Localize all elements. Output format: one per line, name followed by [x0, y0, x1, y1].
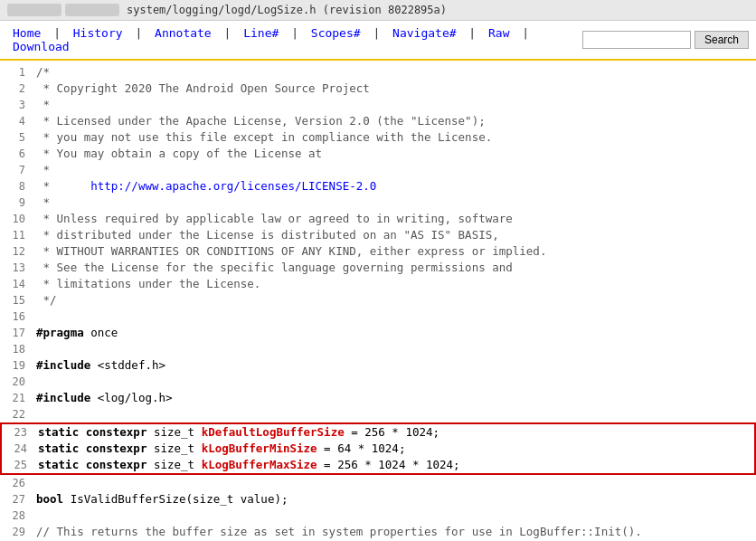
line-number-4: 4 [0, 113, 33, 129]
search-box: Search [582, 31, 749, 49]
nav-separator: | [284, 26, 305, 40]
line-number-24: 24 [2, 441, 34, 457]
code-line-22: 22 [0, 406, 756, 422]
line-number-14: 14 [0, 276, 33, 292]
nav-separator: | [366, 26, 387, 40]
nav-link-annotate[interactable]: Annotate [149, 24, 217, 42]
code-line-24: 24static constexpr size_t kLogBufferMinS… [2, 441, 754, 457]
line-number-19: 19 [0, 357, 33, 374]
line-number-16: 16 [0, 308, 33, 325]
code-line-19: 19#include <stddef.h> [0, 357, 756, 374]
nav-link-navigate[interactable]: Navigate# [387, 24, 461, 42]
code-line-28: 28 [0, 508, 756, 524]
code-line-18: 18 [0, 341, 756, 357]
code-line-26: 26 [0, 475, 756, 491]
highlighted-lines-block: 23static constexpr size_t kDefaultLogBuf… [0, 422, 756, 475]
code-area: 1/*2 * Copyright 2020 The Android Open S… [0, 61, 756, 541]
line-content-5: * you may not use this file except in co… [33, 129, 756, 146]
browser-tabs [7, 4, 119, 16]
line-content-23: static constexpr size_t kDefaultLogBuffe… [34, 424, 754, 441]
line-content-18 [33, 341, 756, 357]
line-number-28: 28 [0, 508, 33, 524]
line-content-22 [33, 406, 756, 422]
line-number-15: 15 [0, 292, 33, 308]
line-number-26: 26 [0, 475, 33, 491]
line-content-11: * distributed under the License is distr… [33, 227, 756, 243]
line-content-4: * Licensed under the Apache License, Ver… [33, 113, 756, 129]
code-line-2: 2 * Copyright 2020 The Android Open Sour… [0, 81, 756, 97]
code-line-21: 21#include <log/log.h> [0, 390, 756, 406]
nav-link-raw[interactable]: Raw [483, 24, 515, 42]
line-content-15: */ [33, 292, 756, 308]
line-content-19: #include <stddef.h> [33, 357, 756, 374]
line-number-8: 8 [0, 178, 33, 195]
code-line-16: 16 [0, 308, 756, 325]
line-number-18: 18 [0, 341, 33, 357]
line-content-12: * WITHOUT WARRANTIES OR CONDITIONS OF AN… [33, 243, 756, 260]
line-content-9: * [33, 195, 756, 211]
line-content-10: * Unless required by applicable law or a… [33, 211, 756, 227]
nav-link-lineno[interactable]: Line# [238, 24, 284, 42]
search-input[interactable] [582, 31, 691, 49]
line-number-2: 2 [0, 81, 33, 97]
line-content-3: * [33, 97, 756, 113]
nav-separator: | [462, 26, 483, 40]
code-line-8: 8 * http://www.apache.org/licenses/LICEN… [0, 178, 756, 195]
line-content-6: * You may obtain a copy of the License a… [33, 146, 756, 162]
line-content-20 [33, 374, 756, 390]
code-line-15: 15 */ [0, 292, 756, 308]
line-number-3: 3 [0, 97, 33, 113]
code-line-25: 25static constexpr size_t kLogBufferMaxS… [2, 457, 754, 473]
line-number-25: 25 [2, 457, 34, 473]
line-number-9: 9 [0, 195, 33, 211]
code-line-4: 4 * Licensed under the Apache License, V… [0, 113, 756, 129]
nav-separator: | [128, 26, 149, 40]
line-content-27: bool IsValidBufferSize(size_t value); [33, 491, 756, 508]
code-line-10: 10 * Unless required by applicable law o… [0, 211, 756, 227]
nav-separator: | [515, 26, 530, 40]
nav-link-scopes[interactable]: Scopes# [306, 24, 366, 42]
line-content-14: * limitations under the License. [33, 276, 756, 292]
nav-separator: | [217, 26, 238, 40]
code-line-11: 11 * distributed under the License is di… [0, 227, 756, 243]
code-line-1: 1/* [0, 64, 756, 81]
line-content-1: /* [33, 64, 756, 81]
line-content-24: static constexpr size_t kLogBufferMinSiz… [34, 441, 754, 457]
code-line-17: 17#pragma once [0, 325, 756, 341]
code-line-13: 13 * See the License for the specific la… [0, 260, 756, 276]
file-path: system/logging/logd/LogSize.h (revision … [127, 4, 447, 16]
tab-2[interactable] [65, 4, 119, 16]
line-content-2: * Copyright 2020 The Android Open Source… [33, 81, 756, 97]
code-line-23: 23static constexpr size_t kDefaultLogBuf… [2, 424, 754, 441]
line-content-8: * http://www.apache.org/licenses/LICENSE… [33, 178, 756, 195]
code-line-20: 20 [0, 374, 756, 390]
line-number-10: 10 [0, 211, 33, 227]
tab-1[interactable] [7, 4, 61, 16]
code-line-14: 14 * limitations under the License. [0, 276, 756, 292]
line-number-12: 12 [0, 243, 33, 260]
license-link[interactable]: http://www.apache.org/licenses/LICENSE-2… [90, 179, 376, 193]
line-number-27: 27 [0, 491, 33, 508]
line-number-11: 11 [0, 227, 33, 243]
line-content-16 [33, 308, 756, 325]
line-number-1: 1 [0, 64, 33, 81]
nav-link-download[interactable]: Download [7, 38, 75, 55]
code-line-27: 27bool IsValidBufferSize(size_t value); [0, 491, 756, 508]
code-line-5: 5 * you may not use this file except in … [0, 129, 756, 146]
code-line-12: 12 * WITHOUT WARRANTIES OR CONDITIONS OF… [0, 243, 756, 260]
line-content-7: * [33, 162, 756, 178]
line-content-13: * See the License for the specific langu… [33, 260, 756, 276]
code-line-3: 3 * [0, 97, 756, 113]
code-line-6: 6 * You may obtain a copy of the License… [0, 146, 756, 162]
search-button[interactable]: Search [695, 31, 749, 49]
code-line-7: 7 * [0, 162, 756, 178]
nav-link-history[interactable]: History [68, 24, 128, 42]
line-number-22: 22 [0, 406, 33, 422]
navbar: Home | History | Annotate | Line# | Scop… [0, 21, 756, 61]
line-number-29: 29 [0, 524, 33, 540]
line-content-28 [33, 508, 756, 524]
line-number-5: 5 [0, 129, 33, 146]
line-number-6: 6 [0, 146, 33, 162]
line-number-20: 20 [0, 374, 33, 390]
line-content-29: // This returns the buffer size as set i… [33, 524, 756, 540]
